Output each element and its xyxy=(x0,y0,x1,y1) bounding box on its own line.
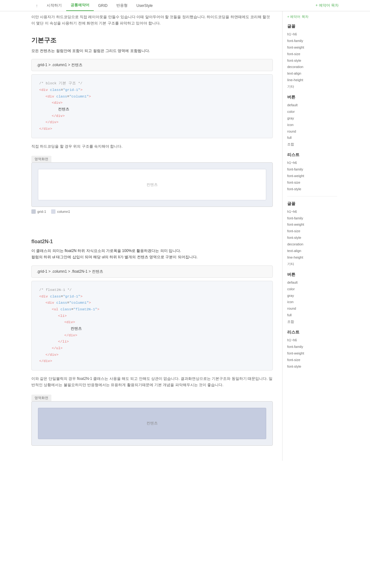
section2-heading: float2N-1 xyxy=(31,239,273,244)
section1-area-label: 영역화면 xyxy=(31,156,51,162)
sidebar2-item-4[interactable]: round xyxy=(287,128,337,135)
sidebar4-item-8[interactable]: 기타 xyxy=(287,261,337,267)
sidebar1-item-4[interactable]: font-style xyxy=(287,57,337,64)
section1-demo-content: 컨텐츠 xyxy=(146,182,158,187)
code-line-3: <div class="column1"> xyxy=(45,93,265,100)
code2-line-12: </div> xyxy=(39,358,265,365)
section2-demo-content: 컨텐츠 xyxy=(146,421,158,426)
section1-desc: 모든 컨텐츠는 컬럼안에 포함이 되고 컬럼은 그리드 영역에 포함됩니다. xyxy=(31,48,273,54)
legend-label-column1: column1 xyxy=(57,210,70,213)
section2-demo-outer: 컨텐츠 xyxy=(31,401,273,446)
sidebar5-item-4[interactable]: round xyxy=(287,305,337,312)
section2-desc: 이 클래스의 의미는 float2N 하위 자식요소의 가로폭을 100%로 활… xyxy=(31,248,273,260)
sidebar4-item-0[interactable]: h1~h6 xyxy=(287,208,337,215)
sidebar4-item-1[interactable]: font-family xyxy=(287,215,337,222)
nav-item-userstyle[interactable]: UserStyle xyxy=(132,1,157,10)
code-line-8: </div> xyxy=(39,126,265,132)
code2-line-3: <div class="column1"> xyxy=(45,300,265,306)
sidebar4-item-3[interactable]: font-size xyxy=(287,228,337,234)
legend-label-grid1: grid-1 xyxy=(37,210,46,213)
top-navigation: ↑ 시작하기 공통예약어 GRID 반응형 UserStyle + 예약어 목차 xyxy=(0,0,370,11)
toc-link[interactable]: + 예약어 목차 xyxy=(315,3,339,8)
code2-line-1: /* float2N-1 */ xyxy=(39,287,265,293)
nav-item-grid[interactable]: GRID xyxy=(94,1,112,10)
code-line-2: <div class="grid-1"> xyxy=(39,87,265,93)
sidebar2-title: 버튼 xyxy=(287,94,337,100)
sidebar4-title: 글꼴 xyxy=(287,201,337,207)
sidebar1-item-1[interactable]: font-family xyxy=(287,38,337,44)
code2-line-6: <div> xyxy=(64,319,265,326)
sidebar-sep-1 xyxy=(287,196,337,197)
legend-color-grid1 xyxy=(31,209,36,214)
sidebar5-item-2[interactable]: gray xyxy=(287,292,337,299)
sidebar4-item-2[interactable]: font-weight xyxy=(287,221,337,228)
sidebar1-item-5[interactable]: decoration xyxy=(287,64,337,70)
sidebar5-item-6[interactable]: 조합 xyxy=(287,318,337,325)
section1-desc-text: 모든 컨텐츠는 컬럼안에 포함이 되고 컬럼은 그리드 영역에 포함됩니다. xyxy=(31,49,150,53)
sidebar2-item-1[interactable]: color xyxy=(287,108,337,115)
sidebar3-item-1[interactable]: font-family xyxy=(287,166,337,173)
code2-line-8: </div> xyxy=(64,332,265,339)
sidebar2-item-5[interactable]: full xyxy=(287,134,337,141)
sidebar6-item-0[interactable]: h1~h6 xyxy=(287,337,337,344)
code-line-6: </div> xyxy=(52,113,265,119)
section-divider-1 xyxy=(31,223,273,236)
sidebar4-item-6[interactable]: text-align xyxy=(287,248,337,254)
section1-demo-inner: 컨텐츠 xyxy=(38,169,266,200)
sidebar3-item-2[interactable]: font-weight xyxy=(287,173,337,179)
sidebar-toc-link[interactable]: + 예약어 목차 xyxy=(287,14,337,19)
sidebar2-item-6[interactable]: 조합 xyxy=(287,141,337,148)
sidebar6-item-1[interactable]: font-family xyxy=(287,344,337,350)
legend-item-column1: column1 xyxy=(51,209,70,214)
section1-code: /* block 기본 구조 */ <div class="grid-1"> <… xyxy=(31,74,273,138)
sidebar5-item-1[interactable]: color xyxy=(287,286,337,292)
code-line-1: /* block 기본 구조 */ xyxy=(39,80,265,87)
sidebar1-item-2[interactable]: font-weight xyxy=(287,44,337,51)
sidebar6-item-4[interactable]: font-style xyxy=(287,363,337,370)
sidebar3-item-4[interactable]: font-style xyxy=(287,186,337,192)
code-line-7: </div> xyxy=(45,119,265,126)
section2-area-label: 영역화면 xyxy=(31,395,51,401)
right-sidebar: + 예약어 목차 글꼴 h1~h6 font-family font-weigh… xyxy=(282,11,342,461)
section1-heading: 기본구조 xyxy=(31,36,273,45)
sidebar2-item-3[interactable]: icon xyxy=(287,122,337,128)
sidebar1-item-8[interactable]: 기타 xyxy=(287,83,337,90)
legend-item-grid1: grid-1 xyxy=(31,209,46,214)
sidebar4-item-4[interactable]: font-style xyxy=(287,234,337,241)
section2-code: /* float2N-1 */ <div class="grid-1"> <di… xyxy=(31,281,273,370)
code-line-4: <div> xyxy=(52,100,265,106)
code2-line-9: </li> xyxy=(58,339,265,345)
code2-line-4: <ul class="float2N-1"> xyxy=(52,306,265,313)
sidebar2-item-0[interactable]: default xyxy=(287,102,337,108)
code2-line-11: </div> xyxy=(45,352,265,358)
nav-arrow-up[interactable]: ↑ xyxy=(31,1,42,11)
sidebar6-item-3[interactable]: font-size xyxy=(287,357,337,363)
sidebar2-item-2[interactable]: gray xyxy=(287,115,337,122)
sidebar6-title: 리스트 xyxy=(287,329,337,335)
sidebar4-item-5[interactable]: decoration xyxy=(287,241,337,248)
nav-item-responsive[interactable]: 반응형 xyxy=(112,0,132,11)
sidebar1-item-7[interactable]: line-height xyxy=(287,77,337,83)
sidebar5-item-0[interactable]: default xyxy=(287,279,337,286)
section2-path: .grid-1 > .column1 > .float2N-1 > 컨텐츠 xyxy=(31,265,273,278)
sidebar6-item-2[interactable]: font-weight xyxy=(287,350,337,357)
sidebar3-item-3[interactable]: font-size xyxy=(287,179,337,186)
section2-note: 이와 같은 단일블럭의 경우 float2N-1 클래스는 사용을 해도 되고 … xyxy=(31,375,273,388)
sidebar1-item-3[interactable]: font-size xyxy=(287,51,337,57)
sidebar3-item-0[interactable]: h1~h6 xyxy=(287,160,337,166)
section2-demo-inner: 컨텐츠 xyxy=(38,408,266,439)
sidebar5-item-3[interactable]: icon xyxy=(287,299,337,305)
sidebar4-item-7[interactable]: line-height xyxy=(287,254,337,261)
code-line-5: 컨텐츠 xyxy=(58,106,265,113)
sidebar5-item-5[interactable]: full xyxy=(287,312,337,318)
sidebar1-title: 글꼴 xyxy=(287,24,337,29)
sidebar1-item-6[interactable]: text-align xyxy=(287,70,337,77)
section1-path: .grid-1 > .column1 > 컨텐츠 xyxy=(31,59,273,71)
nav-item-start[interactable]: 시작하기 xyxy=(42,0,66,11)
code2-line-5: <li> xyxy=(58,313,265,319)
legend-color-column1 xyxy=(51,209,56,214)
sidebar1-item-0[interactable]: h1~h6 xyxy=(287,31,337,38)
nav-item-common[interactable]: 공통예약어 xyxy=(66,0,94,11)
intro-text: 이만 사용자가 하드코딩으로 직접 레이아웃을 만들수 있습니다 이때 알아두어… xyxy=(31,14,273,27)
sidebar3-title: 리스트 xyxy=(287,152,337,158)
